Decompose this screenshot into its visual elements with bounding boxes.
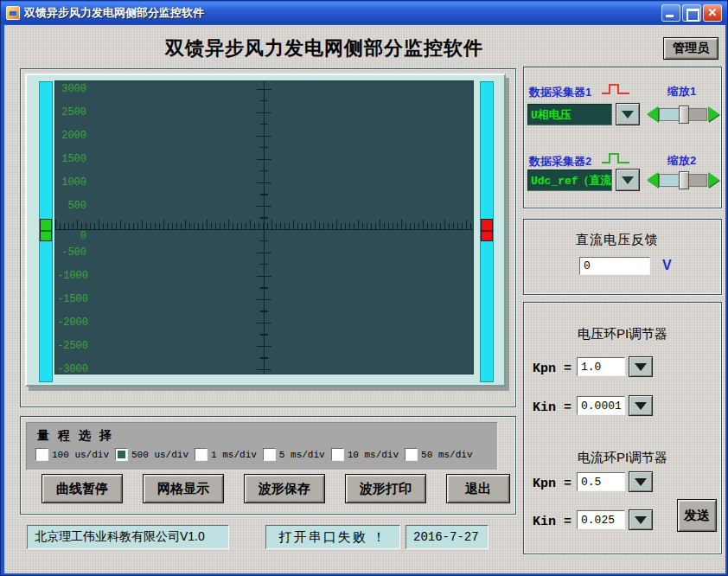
left-scrollbar-thumb[interactable] bbox=[40, 219, 52, 241]
y-axis-tick-label: -2500 bbox=[57, 339, 86, 353]
voltage-kin-label: Kin = bbox=[533, 400, 572, 415]
serial-status-message: 打开串口失败 ！ bbox=[265, 525, 400, 549]
send-button[interactable]: 发送 bbox=[677, 499, 717, 532]
pause-curve-button[interactable]: 曲线暂停 bbox=[42, 474, 123, 503]
range-checkbox[interactable] bbox=[405, 448, 418, 461]
y-axis-tick-label: 3000 bbox=[57, 82, 86, 96]
voltage-kpn-input[interactable] bbox=[577, 357, 625, 376]
minimize-button[interactable] bbox=[661, 4, 680, 22]
window-controls bbox=[661, 4, 722, 22]
maximize-button[interactable] bbox=[682, 4, 701, 22]
company-version: 北京理工伟业科教有限公司V1.0 bbox=[27, 525, 229, 549]
range-checkbox[interactable] bbox=[331, 448, 344, 461]
app-window: 双馈异步风力发电网侧部分监控软件 双馈异步风力发电网侧部分监控软件 管理员 30… bbox=[0, 0, 728, 576]
plot-area: 300025002000150010005000-500-1000-1500-2… bbox=[54, 80, 474, 374]
range-title: 量 程 选 择 bbox=[37, 428, 114, 444]
voltage-kpn-dropdown-button[interactable] bbox=[629, 356, 653, 377]
current-kin-label: Kin = bbox=[533, 515, 572, 529]
range-option-label: 500 us/div bbox=[131, 450, 188, 460]
current-kpn-input[interactable] bbox=[577, 472, 625, 491]
close-button[interactable] bbox=[703, 4, 722, 22]
current-kin-input[interactable] bbox=[577, 510, 625, 529]
date-display: 2016-7-27 bbox=[406, 525, 489, 549]
y-axis-tick-label: 500 bbox=[57, 199, 86, 213]
y-axis-tick-label: -1000 bbox=[57, 269, 86, 283]
voltage-kin-input[interactable] bbox=[577, 396, 625, 415]
collector2-label: 数据采集器2 bbox=[529, 154, 591, 170]
y-axis-tick-label: 2500 bbox=[57, 106, 86, 119]
exit-button[interactable]: 退出 bbox=[446, 474, 510, 503]
range-option[interactable]: 500 us/div bbox=[115, 448, 188, 461]
range-option-label: 10 ms/div bbox=[348, 450, 399, 460]
range-option-label: 5 ms/div bbox=[279, 450, 325, 460]
zoom2-decrease-arrow[interactable] bbox=[647, 172, 658, 188]
zoom1-decrease-arrow[interactable] bbox=[647, 106, 658, 122]
print-waveform-button[interactable]: 波形打印 bbox=[345, 474, 426, 503]
waveform-chart: 300025002000150010005000-500-1000-1500-2… bbox=[25, 74, 506, 387]
right-scale-scrollbar[interactable] bbox=[480, 81, 494, 382]
zoom2-track[interactable] bbox=[659, 174, 707, 187]
admin-button[interactable]: 管理员 bbox=[663, 37, 718, 60]
zoom2-slider[interactable] bbox=[647, 170, 719, 190]
voltage-kin-dropdown-button[interactable] bbox=[629, 395, 653, 416]
pulse-waveform-icon bbox=[600, 81, 631, 97]
page-title: 双馈异步风力发电网侧部分监控软件 bbox=[125, 35, 523, 61]
dropdown-arrow-icon bbox=[635, 516, 647, 524]
y-axis-tick-label: 1500 bbox=[57, 152, 86, 166]
current-kpn-dropdown-button[interactable] bbox=[629, 471, 653, 492]
range-option[interactable]: 1 ms/div bbox=[195, 448, 257, 461]
zoom1-label: 缩放1 bbox=[667, 84, 696, 99]
range-checkbox[interactable] bbox=[195, 448, 208, 461]
zoom2-increase-arrow[interactable] bbox=[708, 172, 719, 188]
dropdown-arrow-icon bbox=[635, 402, 647, 410]
titlebar: 双馈异步风力发电网侧部分监控软件 bbox=[1, 1, 727, 25]
app-icon bbox=[6, 6, 20, 20]
y-axis-tick-label: -500 bbox=[57, 246, 86, 259]
main-content: 双馈异步风力发电网侧部分监控软件 管理员 3000250020001500100… bbox=[4, 25, 725, 573]
pulse-waveform-icon bbox=[600, 150, 631, 166]
current-kin-dropdown-button[interactable] bbox=[629, 509, 653, 530]
collector2-channel-select[interactable]: Udc_ref（直流电 bbox=[527, 170, 612, 191]
zoom1-slider[interactable] bbox=[647, 104, 719, 125]
x-axis-line bbox=[55, 229, 473, 230]
zoom1-track[interactable] bbox=[659, 108, 707, 121]
y-axis-tick-label: -1500 bbox=[57, 292, 86, 306]
x-axis-major-ticks bbox=[55, 220, 473, 229]
range-checkbox[interactable] bbox=[263, 448, 276, 461]
dropdown-arrow-icon bbox=[635, 363, 647, 371]
range-select-panel: 量 程 选 择 100 us/div500 us/div1 ms/div5 ms… bbox=[20, 416, 516, 515]
y-axis-tick-label: 2000 bbox=[57, 129, 86, 143]
voltage-pi-title: 电压环PI调节器 bbox=[524, 326, 721, 342]
range-options: 100 us/div500 us/div1 ms/div5 ms/div10 m… bbox=[35, 448, 473, 461]
range-option[interactable]: 100 us/div bbox=[35, 448, 109, 461]
zoom1-handle[interactable] bbox=[679, 106, 689, 124]
zoom1-increase-arrow[interactable] bbox=[708, 106, 719, 122]
collector1-channel-select[interactable]: U相电压 bbox=[527, 104, 612, 125]
collector2-dropdown-button[interactable] bbox=[616, 169, 640, 191]
collector1-dropdown-button[interactable] bbox=[616, 103, 640, 125]
dc-feedback-panel: 直流电压反馈 V bbox=[523, 219, 722, 295]
zoom2-label: 缩放2 bbox=[667, 153, 696, 169]
zoom2-handle[interactable] bbox=[679, 171, 689, 189]
y-axis-tick-label: 0 bbox=[57, 229, 86, 243]
dropdown-arrow-icon bbox=[622, 111, 634, 118]
range-option[interactable]: 10 ms/div bbox=[331, 448, 399, 461]
dropdown-arrow-icon bbox=[635, 478, 647, 486]
grid-display-button[interactable]: 网格显示 bbox=[143, 474, 224, 503]
save-waveform-button[interactable]: 波形保存 bbox=[244, 474, 325, 503]
right-scrollbar-thumb[interactable] bbox=[481, 219, 493, 241]
left-scale-scrollbar[interactable] bbox=[39, 81, 53, 382]
dc-feedback-input[interactable] bbox=[579, 257, 650, 275]
y-axis-tick-label: -2000 bbox=[57, 316, 86, 330]
volt-unit-label: V bbox=[662, 258, 672, 273]
current-kpn-label: Kpn = bbox=[533, 477, 572, 491]
range-option-label: 1 ms/div bbox=[211, 450, 257, 460]
range-checkbox[interactable] bbox=[35, 448, 48, 461]
range-option-label: 50 ms/div bbox=[421, 450, 472, 460]
waveform-chart-panel: 300025002000150010005000-500-1000-1500-2… bbox=[20, 68, 516, 407]
range-checkbox[interactable] bbox=[115, 448, 128, 461]
dropdown-arrow-icon bbox=[622, 176, 634, 184]
range-option[interactable]: 50 ms/div bbox=[405, 448, 472, 461]
range-option[interactable]: 5 ms/div bbox=[263, 448, 325, 461]
pi-regulator-panel: 电压环PI调节器 Kpn = Kin = 电流环PI调节器 Kpn = Kin … bbox=[523, 302, 722, 554]
